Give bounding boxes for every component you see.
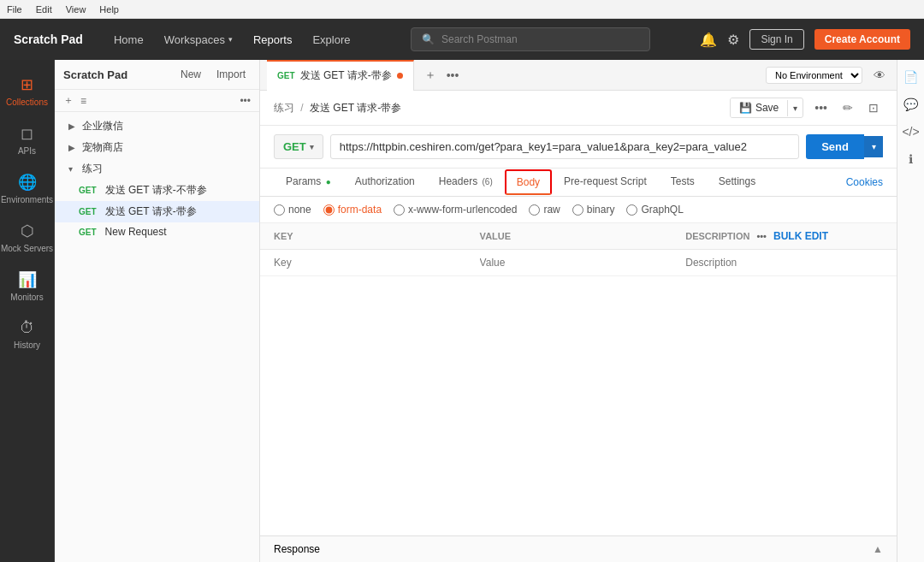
mock-servers-icon: ⬡: [21, 222, 34, 240]
sidebar-item-history[interactable]: ⏱ History: [0, 311, 54, 358]
settings-icon[interactable]: ⚙: [727, 32, 739, 48]
eye-icon[interactable]: 👁: [869, 66, 890, 85]
save-dropdown-button[interactable]: ▾: [787, 100, 803, 116]
th-description: DESCRIPTION ••• Bulk Edit: [672, 223, 897, 250]
sidebar-item-mock-servers[interactable]: ⬡ Mock Servers: [0, 213, 54, 262]
code-icon[interactable]: </>: [898, 121, 922, 142]
sidebar-item-environments[interactable]: 🌐 Environments: [0, 164, 54, 213]
request-label: New Request: [105, 226, 167, 238]
menu-file[interactable]: File: [7, 4, 22, 15]
sidebar-item-apis[interactable]: ◻ APIs: [0, 115, 54, 164]
list-item[interactable]: ▾ 练习: [55, 158, 259, 180]
method-badge: GET: [79, 207, 97, 216]
body-type-urlencoded[interactable]: x-www-form-urlencoded: [394, 204, 517, 216]
add-icon[interactable]: ＋: [63, 93, 74, 108]
expand-icon[interactable]: ⊡: [864, 98, 883, 117]
create-account-button[interactable]: Create Account: [814, 29, 910, 50]
sidebar-item-collections[interactable]: ⊞ Collections: [0, 67, 54, 115]
body-type-none[interactable]: none: [274, 204, 311, 216]
value-cell: [466, 250, 672, 276]
info-icon[interactable]: ℹ: [905, 149, 916, 169]
save-icon: 💾: [739, 102, 752, 114]
folder-label: 企业微信: [82, 119, 123, 133]
body-type-raw[interactable]: raw: [529, 204, 560, 216]
request-label: 发送 GET 请求-带参: [105, 204, 197, 219]
list-icon[interactable]: ≡: [80, 95, 86, 107]
list-item[interactable]: ▶ 宠物商店: [55, 137, 259, 158]
environment-select[interactable]: No Environment: [766, 67, 862, 84]
body-type-form-data[interactable]: form-data: [323, 204, 382, 216]
more-tabs-button[interactable]: •••: [443, 66, 463, 85]
value-input[interactable]: [480, 257, 659, 269]
signin-button[interactable]: Sign In: [749, 29, 803, 50]
request-tabs: Params ● Authorization Headers (6) Body …: [260, 169, 897, 197]
params-table: KEY VALUE DESCRIPTION ••• Bulk Edit: [260, 223, 897, 276]
tab-pre-request[interactable]: Pre-request Script: [552, 169, 659, 196]
menu-edit[interactable]: Edit: [36, 4, 52, 15]
method-badge: GET: [79, 186, 97, 195]
nav-logo: Scratch Pad: [14, 33, 83, 46]
list-item[interactable]: GET New Request: [55, 222, 259, 241]
tab-label: 发送 GET 请求-带参: [300, 68, 392, 83]
nav-reports[interactable]: Reports: [243, 19, 303, 60]
send-button[interactable]: Send: [806, 134, 864, 159]
more-icon[interactable]: •••: [240, 95, 251, 107]
import-button[interactable]: Import: [211, 67, 251, 82]
sidebar-icons: ⊞ Collections ◻ APIs 🌐 Environments ⬡ Mo…: [0, 60, 55, 562]
method-select[interactable]: GET ▾: [274, 134, 323, 159]
list-item[interactable]: GET 发送 GET 请求-不带参: [55, 180, 259, 201]
comment-icon[interactable]: 💬: [900, 94, 921, 115]
menu-view[interactable]: View: [66, 4, 86, 15]
menu-help[interactable]: Help: [99, 4, 119, 15]
description-cell: [672, 250, 897, 276]
search-box[interactable]: 🔍: [411, 27, 650, 51]
url-input[interactable]: [330, 134, 799, 159]
nav-explore[interactable]: Explore: [302, 19, 360, 60]
sidebar-item-monitors[interactable]: 📊 Monitors: [0, 262, 54, 311]
more-actions-button[interactable]: •••: [810, 98, 832, 117]
panel-header: Scratch Pad New Import: [55, 60, 259, 90]
save-button[interactable]: 💾 Save: [731, 98, 787, 117]
sidebar-item-label: Collections: [6, 98, 48, 107]
chevron-down-icon: ▾: [228, 35, 233, 44]
key-input[interactable]: [274, 257, 453, 269]
search-input[interactable]: [441, 33, 639, 45]
scroll-up-icon[interactable]: ▲: [873, 543, 883, 555]
bulk-edit-button[interactable]: Bulk Edit: [773, 230, 828, 242]
method-badge: GET: [79, 228, 97, 237]
description-input[interactable]: [685, 257, 883, 269]
tab-body[interactable]: Body: [505, 169, 552, 195]
response-bar: Response ▲: [260, 535, 897, 562]
tab-headers[interactable]: Headers (6): [427, 169, 505, 196]
th-more-icon[interactable]: •••: [756, 231, 767, 241]
list-item[interactable]: ▶ 企业微信: [55, 115, 259, 137]
nav-actions: 🔔 ⚙ Sign In Create Account: [700, 29, 910, 50]
list-item[interactable]: GET 发送 GET 请求-带参: [55, 201, 259, 222]
cookies-button[interactable]: Cookies: [846, 176, 883, 188]
new-button[interactable]: New: [175, 67, 206, 82]
tab-tests[interactable]: Tests: [659, 169, 707, 196]
th-value: VALUE: [466, 223, 672, 250]
collections-tree: ▶ 企业微信 ▶ 宠物商店 ▾ 练习 GET 发送 GET 请求-不带参 GET…: [55, 112, 259, 562]
monitors-icon: 📊: [18, 270, 37, 289]
body-type-graphql[interactable]: GraphQL: [626, 204, 683, 216]
send-dropdown-button[interactable]: ▾: [864, 136, 883, 157]
tab-active-request[interactable]: GET 发送 GET 请求-带参: [267, 60, 414, 91]
docs-icon[interactable]: 📄: [900, 67, 921, 87]
collections-icon: ⊞: [21, 75, 33, 94]
notification-icon[interactable]: 🔔: [700, 32, 717, 48]
tab-settings[interactable]: Settings: [707, 169, 767, 196]
params-table-area: KEY VALUE DESCRIPTION ••• Bulk Edit: [260, 223, 897, 535]
right-sidebar: 📄 💬 </> ℹ: [897, 60, 924, 562]
nav-workspaces[interactable]: Workspaces ▾: [154, 19, 243, 60]
chevron-right-icon: ▶: [68, 121, 77, 131]
url-bar: GET ▾ Send ▾: [260, 126, 897, 169]
panel-toolbar: ＋ ≡ •••: [55, 90, 259, 112]
edit-icon[interactable]: ✏: [838, 98, 857, 117]
tab-modified-dot: [397, 73, 403, 79]
add-tab-button[interactable]: ＋: [421, 66, 440, 85]
tab-params[interactable]: Params ●: [274, 169, 343, 196]
body-type-binary[interactable]: binary: [572, 204, 615, 216]
nav-home[interactable]: Home: [104, 19, 154, 60]
tab-authorization[interactable]: Authorization: [343, 169, 427, 196]
